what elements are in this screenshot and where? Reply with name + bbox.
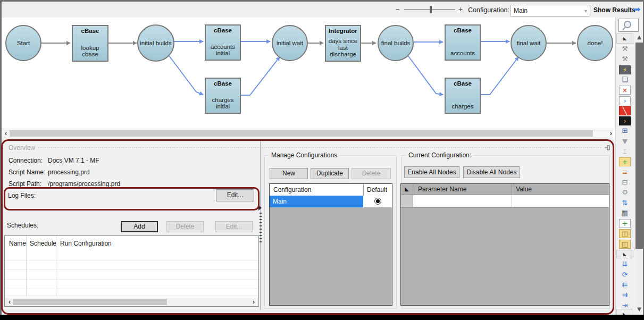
toolbar-scroll-up-icon[interactable]: ▲ bbox=[635, 33, 643, 41]
column-divider bbox=[512, 184, 512, 195]
rebuild-hammer-icon[interactable]: ⚒ bbox=[619, 55, 631, 64]
node-charges[interactable]: cBasecharges bbox=[445, 78, 480, 113]
svg-text:initial: initial bbox=[216, 50, 230, 56]
splitter-collapse-icon[interactable] bbox=[258, 205, 262, 210]
splitter-grip[interactable] bbox=[260, 213, 262, 242]
flow-edge bbox=[241, 57, 280, 95]
canvas-hscroll-thumb[interactable] bbox=[10, 130, 593, 137]
scroll-right-icon[interactable]: › bbox=[607, 130, 615, 137]
node-initial-builds[interactable]: initial builds bbox=[138, 25, 174, 61]
scroll-left-icon[interactable]: ‹ bbox=[6, 299, 13, 305]
node-final-builds[interactable]: final builds bbox=[378, 26, 413, 61]
package-icon[interactable]: ◫ bbox=[619, 229, 631, 238]
flow-edge bbox=[407, 55, 443, 95]
schedule-add-button[interactable]: Add bbox=[121, 221, 158, 232]
schedule-edit-button[interactable]: Edit... bbox=[215, 221, 253, 232]
log-files-edit-button[interactable]: Edit... bbox=[216, 189, 254, 201]
schedule-delete-button[interactable]: Delete bbox=[166, 221, 204, 232]
node-start[interactable]: Start bbox=[6, 26, 41, 61]
merge-path-icon[interactable]: ⇇ bbox=[619, 281, 631, 290]
configuration-row-main[interactable]: Main bbox=[270, 196, 392, 207]
svg-text:discharge: discharge bbox=[330, 51, 356, 57]
delete-file-icon[interactable]: × bbox=[619, 86, 631, 95]
schedules-table[interactable]: Name Schedule Run Configuration ‹ › bbox=[4, 235, 259, 307]
zoom-slider-thumb[interactable] bbox=[430, 6, 432, 13]
add-server-icon[interactable]: ⊞ bbox=[619, 127, 631, 136]
console-prompt-icon[interactable]: › bbox=[619, 96, 631, 105]
node-final-wait[interactable]: final wait bbox=[511, 26, 546, 61]
new-configuration-button[interactable]: New bbox=[270, 168, 308, 179]
duplicate-configuration-button[interactable]: Duplicate bbox=[311, 168, 349, 179]
remote-terminal-icon[interactable]: ▦ bbox=[619, 209, 631, 218]
default-radio[interactable] bbox=[374, 198, 381, 205]
print-icon[interactable]: ⊟ bbox=[619, 178, 631, 187]
toolbar-scroll-down-icon[interactable]: ▼ bbox=[635, 305, 643, 314]
column-divider bbox=[26, 236, 27, 296]
add-file-icon[interactable]: + bbox=[619, 219, 631, 228]
delete-configuration-button[interactable]: Delete bbox=[352, 168, 391, 179]
node-lookup-cbase[interactable]: cBaselookupcbase bbox=[72, 26, 108, 61]
run-script-icon[interactable]: ⚡ bbox=[619, 65, 631, 74]
disable-node-icon[interactable]: ╲ bbox=[619, 106, 631, 115]
script-name-value: processing.prd bbox=[48, 169, 90, 176]
package-alt-icon[interactable]: ◫ bbox=[619, 240, 631, 249]
col-value: Value bbox=[516, 186, 532, 193]
svg-text:accounts: accounts bbox=[450, 50, 475, 56]
schedule-list-icon[interactable]: ≡ bbox=[619, 168, 631, 177]
terminal-icon[interactable]: › bbox=[619, 116, 631, 125]
node-charges-initial[interactable]: cBasechargesinitial bbox=[205, 78, 240, 113]
configuration-name-cell[interactable]: Main bbox=[270, 196, 363, 207]
branch-path-icon[interactable]: ⇉ bbox=[619, 291, 631, 300]
toolbar-scrollbar[interactable] bbox=[635, 41, 643, 305]
svg-text:cBase: cBase bbox=[454, 27, 472, 33]
node-integrator-days-since-last-discharge[interactable]: Integratordays sincelastdischarge bbox=[325, 26, 361, 61]
scroll-left-icon[interactable]: ‹ bbox=[2, 130, 10, 137]
chevron-down-icon[interactable]: ▾ bbox=[584, 5, 587, 16]
clamp-icon[interactable]: ⌶ bbox=[619, 147, 631, 156]
schedule-row bbox=[5, 279, 258, 280]
row-header-triangle-icon[interactable]: ◣ bbox=[401, 184, 413, 195]
toolbar-section-button[interactable]: ◣ bbox=[616, 250, 633, 258]
search-input[interactable] bbox=[618, 19, 639, 32]
schedule-row bbox=[5, 270, 258, 270]
build-hammer-icon[interactable]: ⚒ bbox=[619, 45, 631, 54]
parameter-row-empty[interactable] bbox=[401, 195, 609, 208]
split-path-icon[interactable]: ⇊ bbox=[619, 260, 631, 269]
node-accounts[interactable]: cBaseaccounts bbox=[445, 25, 480, 60]
svg-text:cbase: cbase bbox=[82, 51, 98, 57]
schedules-hscroll-thumb[interactable] bbox=[13, 299, 167, 305]
sync-drive-icon[interactable]: ⇅ bbox=[619, 199, 631, 208]
loop-icon[interactable]: ⟳ bbox=[619, 271, 631, 280]
row-selector-cell[interactable] bbox=[401, 195, 413, 207]
manage-configurations-title: Manage Configurations bbox=[269, 151, 339, 159]
configuration-select[interactable]: Main ▾ bbox=[511, 5, 590, 16]
schedules-horizontal-scrollbar[interactable]: ‹ › bbox=[5, 298, 258, 306]
flow-canvas[interactable]: StartcBaselookupcbaseinitial buildscBase… bbox=[2, 18, 615, 129]
svg-text:Start: Start bbox=[17, 40, 30, 46]
node-initial-wait[interactable]: initial wait bbox=[272, 26, 307, 61]
canvas-horizontal-scrollbar[interactable]: ‹ › bbox=[2, 129, 615, 137]
node-accounts-initial[interactable]: cBaseaccountsinitial bbox=[205, 25, 240, 60]
toolbar-scrollbar-thumb[interactable] bbox=[635, 43, 643, 249]
configurations-table[interactable]: Configuration Default Main bbox=[269, 183, 392, 306]
app-window: − + Configuration: Main ▾ Show Results ➡… bbox=[0, 0, 644, 320]
show-results-link[interactable]: Show Results bbox=[593, 6, 635, 14]
svg-text:accounts: accounts bbox=[211, 44, 235, 50]
settings-gear-icon[interactable]: ⚙ bbox=[619, 188, 631, 197]
disable-all-nodes-button[interactable]: Disable All Nodes bbox=[463, 166, 520, 178]
parameters-table[interactable]: ◣ Parameter Name Value bbox=[400, 183, 609, 306]
flow-edge bbox=[168, 54, 203, 95]
zoom-out-button[interactable]: − bbox=[395, 5, 403, 13]
script-path-label: Script Path: bbox=[9, 180, 51, 188]
add-folder-icon[interactable]: + bbox=[619, 157, 631, 166]
svg-text:cBase: cBase bbox=[454, 80, 472, 87]
show-results-arrow-icon[interactable]: ➡ bbox=[633, 4, 640, 14]
copy-icon[interactable]: ❏ bbox=[619, 75, 631, 85]
zoom-in-button[interactable]: + bbox=[458, 5, 466, 13]
pin-icon[interactable] bbox=[604, 145, 610, 151]
scroll-right-icon[interactable]: › bbox=[250, 299, 257, 305]
node-done[interactable]: done! bbox=[578, 26, 613, 61]
toolbar-collapse-button[interactable]: ◣ bbox=[616, 33, 633, 44]
enable-all-nodes-button[interactable]: Enable All Nodes bbox=[404, 166, 459, 178]
filter-icon[interactable]: ▼ bbox=[619, 137, 631, 146]
